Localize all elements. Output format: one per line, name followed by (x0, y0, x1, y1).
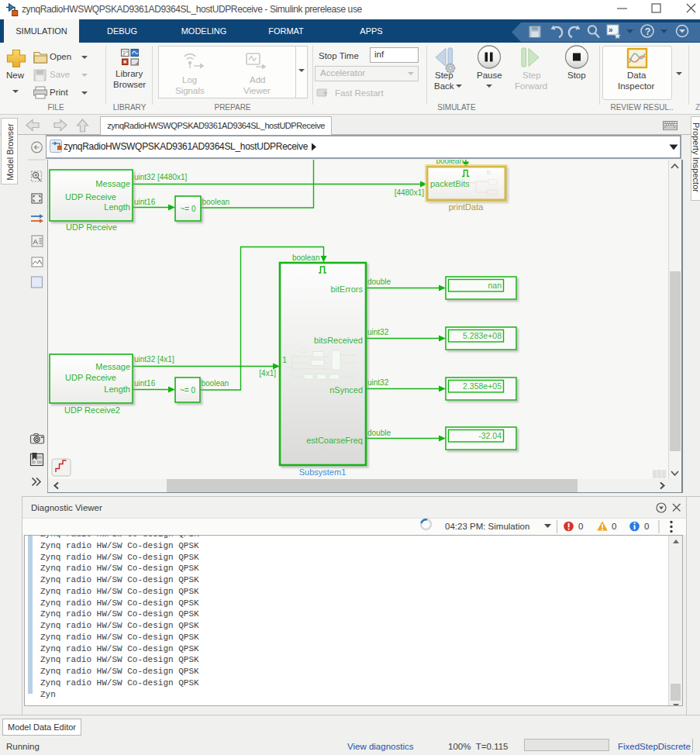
svg-text:Message: Message (95, 179, 130, 188)
svg-text:uint16: uint16 (134, 379, 156, 388)
svg-text:boolean: boolean (202, 198, 230, 206)
svg-text:Length: Length (104, 202, 130, 212)
svg-text:2.358e+05: 2.358e+05 (463, 381, 502, 391)
svg-text:Message: Message (95, 362, 130, 371)
svg-text:double: double (367, 278, 391, 286)
svg-text:boolean: boolean (292, 253, 320, 262)
svg-text:uint32 [4x1]: uint32 [4x1] (134, 355, 174, 364)
svg-text:~= 0: ~= 0 (180, 386, 195, 395)
svg-text:boolean: boolean (436, 160, 464, 165)
svg-text:uint16: uint16 (134, 198, 156, 206)
svg-text:uint32 [4480x1]: uint32 [4480x1] (134, 173, 188, 181)
svg-text:UDP Receive: UDP Receive (65, 373, 116, 382)
svg-text:UDP Receive2: UDP Receive2 (64, 405, 120, 415)
svg-text:UDP Receive: UDP Receive (65, 192, 116, 202)
svg-text:1: 1 (282, 355, 287, 364)
svg-text:UDP Receive: UDP Receive (66, 222, 117, 232)
svg-text:Length: Length (104, 384, 130, 394)
svg-text:[4x1]: [4x1] (259, 369, 276, 378)
svg-text:D: D (487, 170, 491, 175)
svg-text:nan: nan (488, 281, 502, 290)
svg-text:printData: printData (449, 202, 484, 212)
svg-text:bitErrors: bitErrors (330, 284, 363, 294)
svg-text:?: ? (645, 26, 651, 37)
svg-text:boolean: boolean (202, 379, 229, 388)
svg-text:~= 0: ~= 0 (180, 205, 195, 213)
svg-text:»: » (609, 26, 613, 34)
svg-text:[4480x1]: [4480x1] (395, 188, 425, 197)
svg-text:A: A (33, 237, 39, 246)
svg-text:double: double (367, 429, 391, 437)
svg-text:Subsystem1: Subsystem1 (299, 467, 347, 477)
svg-text:bitsReceived: bitsReceived (314, 336, 363, 345)
svg-text:5.283e+08: 5.283e+08 (463, 331, 502, 340)
svg-text:uint32: uint32 (367, 328, 389, 336)
svg-text:uint32: uint32 (367, 378, 389, 387)
svg-text:estCoarseFreq: estCoarseFreq (306, 436, 363, 445)
svg-text:nSynced: nSynced (329, 385, 363, 395)
svg-text:-32.04: -32.04 (478, 431, 502, 440)
